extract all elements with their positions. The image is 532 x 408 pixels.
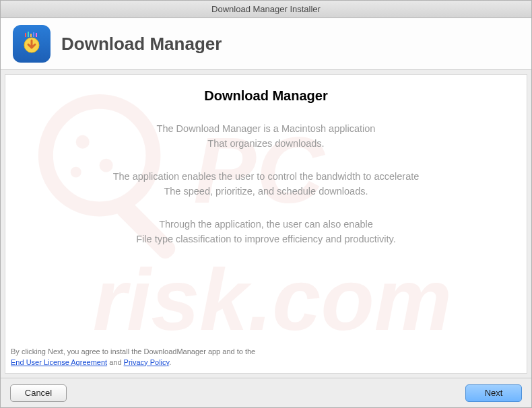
desc-line: Through the application, the user can al… xyxy=(19,217,513,232)
content-inner: Download Manager The Download Manager is… xyxy=(19,88,513,247)
agreement-text: By clicking Next, you agree to install t… xyxy=(11,347,521,368)
svg-rect-4 xyxy=(33,32,34,37)
agreement-prefix: By clicking Next, you agree to install t… xyxy=(11,347,255,355)
privacy-link[interactable]: Privacy Policy xyxy=(124,358,170,366)
window-title: Download Manager Installer xyxy=(211,4,321,14)
content-heading: Download Manager xyxy=(19,88,513,104)
content-area: PC risk.com Download Manager The Downloa… xyxy=(5,74,527,374)
agreement-suffix: . xyxy=(169,358,171,366)
svg-rect-3 xyxy=(30,34,32,37)
agreement-and: and xyxy=(107,358,123,366)
desc-line: The Download Manager is a Macintosh appl… xyxy=(19,121,513,136)
next-button[interactable]: Next xyxy=(465,384,522,402)
eula-link[interactable]: End User License Agreement xyxy=(11,358,107,366)
svg-rect-5 xyxy=(36,33,37,37)
desc-line: The speed, prioritize, and schedule down… xyxy=(19,184,513,199)
description-block-1: The Download Manager is a Macintosh appl… xyxy=(19,121,513,151)
desc-line: That organizes downloads. xyxy=(19,136,513,151)
window-titlebar: Download Manager Installer xyxy=(1,1,531,18)
description-block-3: Through the application, the user can al… xyxy=(19,217,513,247)
desc-line: File type classification to improve effi… xyxy=(19,232,513,246)
svg-text:risk.com: risk.com xyxy=(93,251,452,348)
svg-rect-2 xyxy=(28,32,29,37)
svg-rect-1 xyxy=(25,33,26,37)
header-bar: Download Manager xyxy=(1,18,531,70)
app-icon xyxy=(13,25,51,63)
footer-bar: Cancel Next xyxy=(1,378,531,407)
cancel-button[interactable]: Cancel xyxy=(10,384,67,402)
desc-line: The application enables the user to cont… xyxy=(19,169,513,184)
installer-window: Download Manager Installer Download Mana… xyxy=(0,0,532,408)
app-title: Download Manager xyxy=(61,34,222,55)
description-block-2: The application enables the user to cont… xyxy=(19,169,513,199)
